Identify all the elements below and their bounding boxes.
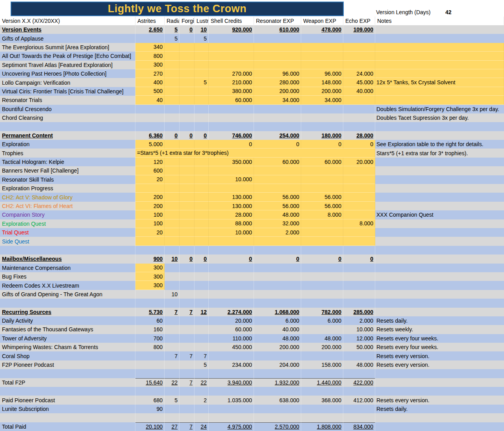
row-label[interactable]: F2P Pioneer Podcast xyxy=(0,360,135,369)
value-cell[interactable] xyxy=(135,34,165,43)
value-cell[interactable]: 200.000 xyxy=(254,87,301,96)
value-cell[interactable] xyxy=(343,369,375,378)
notes-cell[interactable]: Resets every version. xyxy=(375,351,504,360)
notes-cell[interactable] xyxy=(375,175,504,184)
value-cell[interactable]: 0 xyxy=(254,255,301,263)
value-cell[interactable] xyxy=(343,228,375,237)
formula-cell[interactable]: =Stars*5 (+1 extra star for 3*trophies) xyxy=(135,149,375,157)
notes-cell[interactable] xyxy=(375,281,504,290)
value-cell[interactable]: 422.000 xyxy=(343,378,375,387)
notes-cell[interactable] xyxy=(375,184,504,193)
value-cell[interactable] xyxy=(165,264,180,272)
value-cell[interactable] xyxy=(180,228,195,237)
value-cell[interactable] xyxy=(195,69,209,78)
notes-cell[interactable] xyxy=(375,387,504,396)
value-cell[interactable] xyxy=(180,360,195,369)
notes-cell[interactable] xyxy=(375,264,504,272)
value-cell[interactable] xyxy=(180,396,195,404)
value-cell[interactable]: 1.808.000 xyxy=(301,422,343,431)
value-cell[interactable]: 638.000 xyxy=(254,396,301,404)
notes-cell[interactable]: Resets weekly. xyxy=(375,325,504,334)
value-cell[interactable]: 15.640 xyxy=(135,378,165,387)
value-cell[interactable] xyxy=(180,193,195,201)
value-cell[interactable]: 0 xyxy=(195,255,209,263)
value-cell[interactable]: 3.940.000 xyxy=(209,378,254,387)
value-cell[interactable]: 380.000 xyxy=(209,87,254,96)
value-cell[interactable] xyxy=(180,281,195,290)
row-label[interactable]: Redeem Codes X.X Livestream xyxy=(0,281,135,290)
value-cell[interactable]: 478.000 xyxy=(301,25,343,34)
title-banner[interactable]: Lightly we Toss the Crown xyxy=(11,2,344,16)
value-cell[interactable] xyxy=(165,334,180,343)
value-cell[interactable] xyxy=(209,405,254,413)
value-cell[interactable] xyxy=(195,246,209,255)
value-cell[interactable] xyxy=(180,96,195,104)
value-cell[interactable] xyxy=(254,272,301,281)
value-cell[interactable]: 48.000 xyxy=(301,334,343,343)
value-cell[interactable] xyxy=(180,140,195,149)
value-cell[interactable] xyxy=(254,105,301,113)
notes-cell[interactable]: Resets daily. xyxy=(375,316,504,325)
value-cell[interactable]: 10 xyxy=(195,25,209,34)
notes-cell[interactable] xyxy=(375,308,504,316)
notes-cell[interactable] xyxy=(375,158,504,166)
notes-cell[interactable] xyxy=(375,369,504,378)
row-label[interactable]: Septimont Travel Atlas [Featured Explora… xyxy=(0,61,135,69)
value-cell[interactable]: 56.000 xyxy=(254,193,301,201)
value-cell[interactable] xyxy=(180,246,195,255)
value-cell[interactable] xyxy=(343,166,375,175)
value-cell[interactable] xyxy=(135,351,165,360)
value-cell[interactable] xyxy=(180,202,195,210)
column-header[interactable]: Resonator EXP xyxy=(254,17,301,25)
value-cell[interactable] xyxy=(165,175,180,184)
value-cell[interactable] xyxy=(254,351,301,360)
value-cell[interactable]: 1.440.000 xyxy=(301,378,343,387)
value-cell[interactable] xyxy=(165,202,180,210)
row-label[interactable]: Total F2P xyxy=(0,378,135,387)
value-cell[interactable] xyxy=(195,122,209,131)
value-cell[interactable]: 6.000 xyxy=(254,316,301,325)
value-cell[interactable]: 10 xyxy=(165,255,180,263)
value-cell[interactable]: 368.000 xyxy=(301,396,343,404)
row-label[interactable]: Mailbox/Miscellaneous xyxy=(0,255,135,263)
value-cell[interactable] xyxy=(135,113,165,122)
value-cell[interactable]: 900 xyxy=(135,255,165,263)
value-cell[interactable] xyxy=(254,281,301,290)
value-cell[interactable] xyxy=(195,210,209,219)
value-cell[interactable]: 12.000 xyxy=(343,334,375,343)
value-cell[interactable] xyxy=(301,369,343,378)
value-cell[interactable] xyxy=(343,52,375,60)
value-cell[interactable]: 400 xyxy=(135,78,165,87)
value-cell[interactable]: 450.000 xyxy=(209,343,254,351)
value-cell[interactable] xyxy=(254,34,301,43)
value-cell[interactable]: 12 xyxy=(195,308,209,316)
value-cell[interactable] xyxy=(165,246,180,255)
row-label[interactable]: Bountiful Crescendo xyxy=(0,105,135,113)
value-cell[interactable] xyxy=(180,369,195,378)
notes-cell[interactable]: 12x 5* Tanks, 5x Crystal Solvent xyxy=(375,78,504,87)
value-cell[interactable] xyxy=(209,413,254,422)
value-cell[interactable] xyxy=(195,202,209,210)
value-cell[interactable]: 88.000 xyxy=(209,219,254,228)
value-cell[interactable]: 158.000 xyxy=(301,360,343,369)
value-cell[interactable]: 22 xyxy=(165,378,180,387)
value-cell[interactable] xyxy=(195,264,209,272)
value-cell[interactable]: 5 xyxy=(165,396,180,404)
value-cell[interactable] xyxy=(209,246,254,255)
notes-cell[interactable] xyxy=(375,122,504,131)
row-label[interactable]: Chord Cleansing xyxy=(0,113,135,122)
notes-cell[interactable]: XXX Companion Quest xyxy=(375,210,504,219)
value-cell[interactable] xyxy=(209,184,254,193)
value-cell[interactable] xyxy=(209,237,254,245)
value-cell[interactable] xyxy=(165,69,180,78)
value-cell[interactable]: 50.000 xyxy=(343,343,375,351)
value-cell[interactable] xyxy=(343,202,375,210)
value-cell[interactable] xyxy=(195,316,209,325)
value-cell[interactable] xyxy=(343,299,375,307)
value-cell[interactable] xyxy=(343,405,375,413)
value-cell[interactable] xyxy=(301,387,343,396)
value-cell[interactable] xyxy=(254,299,301,307)
value-cell[interactable]: 130.000 xyxy=(209,202,254,210)
value-cell[interactable]: 22 xyxy=(195,378,209,387)
value-cell[interactable] xyxy=(180,61,195,69)
